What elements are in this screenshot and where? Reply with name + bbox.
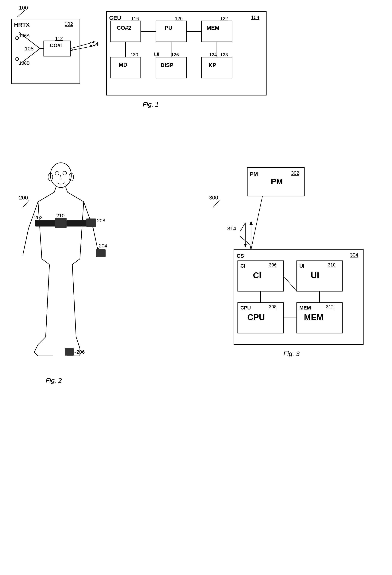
svg-point-81 — [55, 171, 59, 175]
svg-line-72 — [38, 337, 46, 344]
svg-text:206: 206 — [76, 349, 85, 355]
svg-text:314: 314 — [227, 226, 236, 231]
svg-text:202: 202 — [34, 215, 42, 220]
svg-line-18 — [70, 42, 95, 48]
svg-rect-88 — [35, 220, 87, 226]
svg-text:PU: PU — [165, 25, 172, 31]
svg-text:210: 210 — [56, 213, 65, 218]
svg-text:126: 126 — [171, 52, 179, 57]
svg-text:112: 112 — [55, 36, 63, 41]
svg-line-112 — [240, 223, 245, 232]
svg-text:100: 100 — [19, 5, 28, 11]
svg-rect-94 — [96, 249, 106, 257]
svg-rect-121 — [297, 261, 342, 291]
svg-marker-111 — [250, 221, 253, 225]
svg-text:304: 304 — [350, 252, 358, 258]
svg-text:UI: UI — [154, 51, 160, 57]
svg-text:CO#1: CO#1 — [50, 43, 63, 48]
svg-text:300: 300 — [209, 195, 218, 201]
svg-line-101 — [213, 200, 220, 208]
svg-text:116: 116 — [131, 16, 139, 21]
svg-line-59 — [66, 187, 68, 192]
svg-line-70 — [47, 264, 49, 301]
svg-line-74 — [34, 352, 38, 356]
svg-line-99 — [74, 352, 76, 353]
svg-text:CPU: CPU — [240, 305, 251, 311]
svg-rect-31 — [202, 21, 232, 42]
svg-line-78 — [76, 337, 80, 348]
svg-line-68 — [42, 259, 49, 264]
svg-marker-21 — [70, 49, 73, 51]
svg-line-69 — [72, 259, 80, 264]
svg-rect-28 — [156, 21, 186, 42]
svg-line-76 — [72, 264, 74, 301]
svg-text:UI: UI — [311, 271, 319, 280]
svg-text:104: 104 — [251, 14, 259, 20]
svg-text:MD: MD — [119, 62, 127, 68]
svg-text:CPU: CPU — [247, 312, 265, 322]
svg-marker-139 — [250, 246, 252, 250]
svg-marker-109 — [244, 244, 247, 247]
svg-text:102: 102 — [65, 21, 73, 27]
svg-point-57 — [50, 163, 71, 188]
svg-text:306: 306 — [269, 262, 277, 267]
svg-text:DISP: DISP — [161, 62, 173, 68]
svg-rect-103 — [247, 168, 304, 196]
svg-text:120: 120 — [175, 16, 183, 21]
svg-line-0 — [17, 10, 25, 17]
svg-rect-13 — [44, 41, 70, 56]
svg-point-7 — [16, 57, 19, 61]
svg-rect-41 — [156, 57, 186, 78]
svg-text:128: 128 — [220, 52, 228, 57]
svg-text:MEM: MEM — [299, 305, 311, 311]
svg-rect-36 — [110, 57, 141, 78]
svg-text:CS: CS — [237, 253, 244, 259]
svg-text:124: 124 — [209, 52, 217, 57]
svg-text:Fig. 3: Fig. 3 — [283, 350, 300, 357]
svg-rect-117 — [238, 261, 283, 291]
svg-line-64 — [84, 202, 93, 228]
svg-marker-9 — [19, 32, 40, 65]
svg-marker-19 — [93, 41, 95, 43]
svg-line-62 — [28, 202, 38, 228]
svg-rect-89 — [55, 218, 67, 228]
svg-text:106A: 106A — [19, 33, 30, 38]
svg-text:114: 114 — [89, 41, 98, 47]
svg-line-96 — [98, 248, 99, 250]
svg-text:MEM: MEM — [304, 312, 323, 322]
svg-line-67 — [80, 202, 84, 259]
svg-text:200: 200 — [19, 195, 28, 201]
svg-rect-125 — [238, 303, 283, 333]
svg-text:PM: PM — [250, 171, 258, 177]
svg-line-61 — [68, 192, 84, 202]
svg-line-71 — [46, 301, 47, 337]
svg-line-58 — [54, 187, 56, 192]
svg-rect-90 — [86, 218, 96, 227]
svg-line-65 — [93, 228, 99, 255]
svg-text:204: 204 — [99, 243, 107, 249]
svg-line-55 — [23, 200, 29, 208]
svg-rect-97 — [65, 348, 74, 356]
svg-point-87 — [69, 173, 74, 181]
svg-text:122: 122 — [220, 16, 228, 21]
svg-line-66 — [38, 202, 42, 259]
svg-line-60 — [38, 192, 54, 202]
svg-text:CI: CI — [240, 263, 245, 269]
svg-text:HRTX: HRTX — [14, 22, 30, 28]
svg-text:Fig. 2: Fig. 2 — [46, 377, 62, 384]
svg-rect-44 — [202, 57, 232, 78]
svg-point-86 — [48, 173, 53, 181]
svg-line-77 — [74, 301, 76, 337]
svg-point-82 — [63, 171, 67, 175]
svg-line-113 — [240, 236, 251, 245]
svg-text:UI: UI — [299, 263, 304, 269]
svg-line-63 — [23, 228, 28, 255]
svg-text:208: 208 — [97, 218, 105, 223]
svg-text:KP: KP — [208, 62, 216, 68]
svg-line-138 — [251, 196, 262, 249]
svg-text:308: 308 — [269, 304, 277, 309]
svg-text:CI: CI — [253, 271, 261, 280]
svg-line-135 — [283, 276, 297, 291]
svg-text:108: 108 — [25, 46, 34, 51]
svg-line-20 — [70, 46, 95, 50]
